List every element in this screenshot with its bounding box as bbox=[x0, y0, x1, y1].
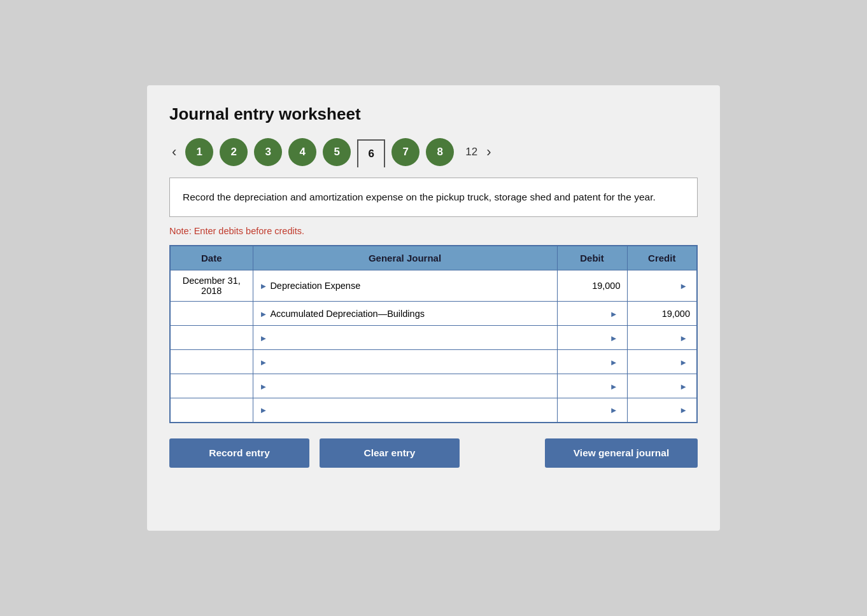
step-4[interactable]: 4 bbox=[288, 138, 316, 166]
action-buttons: Record entry Clear entry View general jo… bbox=[169, 438, 698, 468]
row3-journal: ► bbox=[253, 350, 557, 374]
row1-debit: ► bbox=[557, 302, 627, 326]
row5-date bbox=[170, 398, 253, 423]
row4-date bbox=[170, 374, 253, 398]
row4-arrow: ► bbox=[260, 382, 268, 391]
step-5[interactable]: 5 bbox=[323, 138, 351, 166]
row4-debit: ► bbox=[557, 374, 627, 398]
journal-table: Date General Journal Debit Credit Decemb… bbox=[169, 245, 698, 423]
row2-date bbox=[170, 326, 253, 350]
row3-date bbox=[170, 350, 253, 374]
step-8[interactable]: 8 bbox=[426, 138, 454, 166]
clear-entry-button[interactable]: Clear entry bbox=[320, 438, 460, 468]
table-row: ► ► ► bbox=[170, 326, 697, 350]
header-journal: General Journal bbox=[253, 246, 557, 270]
row0-credit-arrow: ► bbox=[679, 281, 687, 291]
row0-arrow: ► bbox=[260, 281, 268, 291]
row1-arrow: ► bbox=[260, 309, 268, 319]
row5-journal: ► bbox=[253, 398, 557, 423]
row4-credit: ► bbox=[627, 374, 697, 398]
row2-debit-arrow: ► bbox=[610, 333, 618, 343]
row5-arrow: ► bbox=[260, 405, 268, 415]
row5-credit-arrow: ► bbox=[679, 405, 687, 415]
row5-debit-arrow: ► bbox=[610, 405, 618, 415]
step-3[interactable]: 3 bbox=[254, 138, 282, 166]
row2-debit: ► bbox=[557, 326, 627, 350]
table-row: ►Accumulated Depreciation—Buildings ► 19… bbox=[170, 302, 697, 326]
header-debit: Debit bbox=[557, 246, 627, 270]
row0-debit: 19,000 bbox=[557, 270, 627, 302]
row3-credit-arrow: ► bbox=[679, 358, 687, 367]
row4-debit-arrow: ► bbox=[610, 382, 618, 391]
row2-credit-arrow: ► bbox=[679, 333, 687, 343]
page-title: Journal entry worksheet bbox=[169, 104, 698, 124]
step-1[interactable]: 1 bbox=[185, 138, 213, 166]
row0-journal: ►Depreciation Expense bbox=[253, 270, 557, 302]
record-entry-button[interactable]: Record entry bbox=[169, 438, 309, 468]
step-7[interactable]: 7 bbox=[391, 138, 419, 166]
row2-credit: ► bbox=[627, 326, 697, 350]
row3-debit-arrow: ► bbox=[610, 358, 618, 367]
step-current[interactable]: 6 bbox=[357, 139, 385, 167]
row1-date bbox=[170, 302, 253, 326]
row2-journal: ► bbox=[253, 326, 557, 350]
step-2[interactable]: 2 bbox=[220, 138, 248, 166]
note-text: Note: Enter debits before credits. bbox=[169, 226, 698, 236]
row3-debit: ► bbox=[557, 350, 627, 374]
row5-debit: ► bbox=[557, 398, 627, 423]
row0-credit: ► bbox=[627, 270, 697, 302]
row0-date: December 31, 2018 bbox=[170, 270, 253, 302]
row3-credit: ► bbox=[627, 350, 697, 374]
row1-credit: 19,000 bbox=[627, 302, 697, 326]
table-row: ► ► ► bbox=[170, 398, 697, 423]
next-arrow[interactable]: › bbox=[484, 144, 493, 160]
view-general-journal-button[interactable]: View general journal bbox=[545, 438, 698, 468]
instruction-text: Record the depreciation and amortization… bbox=[183, 192, 656, 202]
row4-journal: ► bbox=[253, 374, 557, 398]
prev-arrow[interactable]: ‹ bbox=[169, 144, 179, 160]
instruction-box: Record the depreciation and amortization… bbox=[169, 178, 698, 217]
row5-credit: ► bbox=[627, 398, 697, 423]
row1-journal: ►Accumulated Depreciation—Buildings bbox=[253, 302, 557, 326]
row3-arrow: ► bbox=[260, 358, 268, 367]
step-last: 12 bbox=[465, 146, 477, 158]
table-row: December 31, 2018 ►Depreciation Expense … bbox=[170, 270, 697, 302]
header-date: Date bbox=[170, 246, 253, 270]
row2-arrow: ► bbox=[260, 333, 268, 343]
header-credit: Credit bbox=[627, 246, 697, 270]
table-row: ► ► ► bbox=[170, 350, 697, 374]
row1-debit-arrow: ► bbox=[610, 309, 618, 319]
step-navigation: ‹ 1 2 3 4 5 6 7 8 12 › bbox=[169, 138, 698, 166]
worksheet-container: Journal entry worksheet ‹ 1 2 3 4 5 6 7 … bbox=[147, 85, 720, 531]
table-row: ► ► ► bbox=[170, 374, 697, 398]
row4-credit-arrow: ► bbox=[679, 382, 687, 391]
